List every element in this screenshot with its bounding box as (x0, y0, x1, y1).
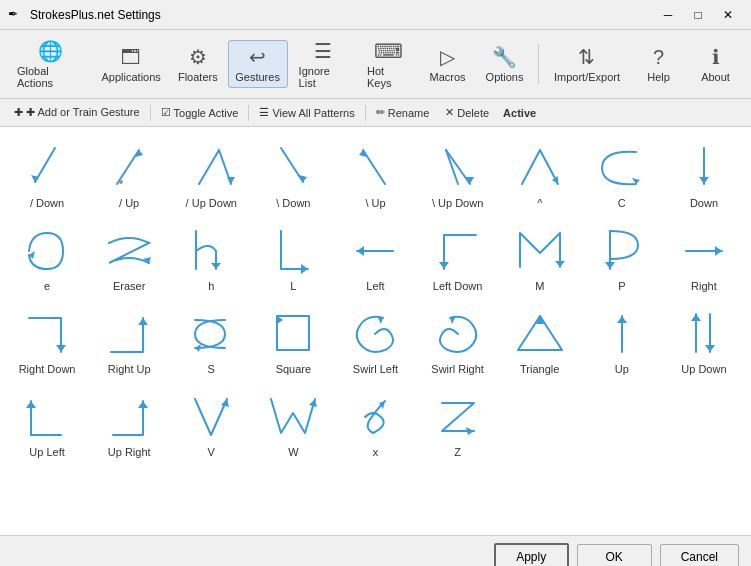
title-bar: ✒ StrokesPlus.net Settings ─ □ ✕ (0, 0, 751, 30)
gesture-slash-up[interactable]: / Up (90, 135, 168, 214)
gesture-p[interactable]: P (583, 218, 661, 297)
svg-marker-49 (309, 399, 317, 407)
gesture-backslash-up-down[interactable]: \ Up Down (419, 135, 497, 214)
apply-button[interactable]: Apply (494, 543, 569, 567)
gesture-w[interactable]: W (254, 384, 332, 463)
svg-line-10 (363, 150, 385, 184)
help-icon: ? (653, 46, 664, 69)
gesture-z[interactable]: Z (419, 384, 497, 463)
gesture-up[interactable]: Up (583, 301, 661, 380)
ok-button[interactable]: OK (577, 544, 652, 567)
action-sep-3 (365, 105, 366, 121)
svg-marker-26 (439, 262, 449, 269)
svg-marker-29 (605, 262, 615, 269)
gesture-slash-up-down[interactable]: / Up Down (172, 135, 250, 214)
gesture-caret[interactable]: ^ (501, 135, 579, 214)
app-icon: ✒ (8, 7, 24, 23)
toolbar-gestures[interactable]: ↩ Gestures (228, 40, 288, 88)
gesture-up-down[interactable]: Up Down (665, 301, 743, 380)
add-train-gesture-button[interactable]: ✚ ✚ Add or Train Gesture (8, 104, 146, 121)
toggle-active-button[interactable]: ☑ Toggle Active (155, 104, 245, 121)
gesture-backslash-down[interactable]: \ Down (254, 135, 332, 214)
svg-marker-31 (715, 246, 722, 256)
svg-marker-7 (227, 177, 235, 184)
gesture-swirl-right[interactable]: Swirl Right (419, 301, 497, 380)
toolbar-global-actions[interactable]: 🌐 Global Actions (8, 34, 92, 94)
gestures-icon: ↩ (249, 45, 266, 69)
toolbar-help[interactable]: ? Help (631, 40, 686, 88)
global-actions-icon: 🌐 (38, 39, 63, 63)
svg-marker-32 (56, 345, 66, 352)
gesture-x[interactable]: x (336, 384, 414, 463)
view-all-patterns-button[interactable]: ☰ View All Patterns (253, 104, 360, 121)
main-toolbar: 🌐 Global Actions 🗔 Applications ⚙ Floate… (0, 30, 751, 99)
gesture-square[interactable]: Square (254, 301, 332, 380)
gesture-e[interactable]: e (8, 218, 86, 297)
svg-marker-33 (138, 318, 148, 325)
gesture-slash-down[interactable]: / Down (8, 135, 86, 214)
view-icon: ☰ (259, 106, 269, 119)
bottom-bar: Apply OK Cancel (0, 535, 751, 566)
minimize-button[interactable]: ─ (653, 4, 683, 26)
svg-marker-22 (211, 263, 221, 269)
toolbar-applications[interactable]: 🗔 Applications (94, 41, 168, 88)
svg-marker-43 (691, 314, 701, 321)
svg-marker-27 (555, 261, 565, 267)
rename-button[interactable]: ✏ Rename (370, 104, 436, 121)
toolbar-hot-keys[interactable]: ⌨ Hot Keys (358, 34, 418, 94)
macros-icon: ▷ (440, 45, 455, 69)
toolbar-about[interactable]: ℹ About (688, 40, 743, 88)
gesture-s[interactable]: S (172, 301, 250, 380)
svg-marker-41 (617, 316, 627, 323)
active-label: Active (503, 107, 536, 119)
svg-line-5 (199, 150, 219, 184)
gesture-right[interactable]: Right (665, 218, 743, 297)
svg-line-13 (446, 150, 470, 184)
gesture-content-area[interactable]: / Down / Up / Up Down (0, 127, 751, 535)
gesture-m[interactable]: M (501, 218, 579, 297)
gesture-left-down[interactable]: Left Down (419, 218, 497, 297)
toolbar-macros[interactable]: ▷ Macros (420, 40, 475, 88)
gesture-down[interactable]: Down (665, 135, 743, 214)
import-export-icon: ⇅ (578, 45, 595, 69)
add-icon: ✚ (14, 106, 23, 119)
action-sep-2 (248, 105, 249, 121)
gesture-v[interactable]: V (172, 384, 250, 463)
toggle-icon: ☑ (161, 106, 171, 119)
floaters-icon: ⚙ (189, 45, 207, 69)
cancel-button[interactable]: Cancel (660, 544, 739, 567)
gesture-right-down[interactable]: Right Down (8, 301, 86, 380)
gesture-c[interactable]: C (583, 135, 661, 214)
toolbar-floaters[interactable]: ⚙ Floaters (170, 40, 225, 88)
gesture-eraser[interactable]: Eraser (90, 218, 168, 297)
toolbar-import-export[interactable]: ⇅ Import/Export (545, 40, 629, 88)
window-controls: ─ □ ✕ (653, 4, 743, 26)
gesture-swirl-left[interactable]: Swirl Left (336, 301, 414, 380)
svg-marker-47 (138, 401, 148, 408)
gesture-left[interactable]: Left (336, 218, 414, 297)
toolbar-ignore-list[interactable]: ☰ Ignore List (290, 34, 356, 94)
svg-marker-46 (26, 401, 36, 408)
svg-marker-48 (221, 399, 229, 407)
about-icon: ℹ (712, 45, 720, 69)
toolbar-separator (538, 44, 539, 84)
gesture-h[interactable]: h (172, 218, 250, 297)
gesture-up-right[interactable]: Up Right (90, 384, 168, 463)
svg-line-12 (446, 150, 458, 184)
gesture-up-left[interactable]: Up Left (8, 384, 86, 463)
rename-icon: ✏ (376, 106, 385, 119)
toolbar-right-section: ⇅ Import/Export ? Help ℹ About (545, 40, 743, 88)
svg-marker-18 (699, 177, 709, 184)
gesture-backslash-up[interactable]: \ Up (336, 135, 414, 214)
maximize-button[interactable]: □ (683, 4, 713, 26)
close-button[interactable]: ✕ (713, 4, 743, 26)
gesture-triangle[interactable]: Triangle (501, 301, 579, 380)
svg-marker-36 (277, 316, 283, 324)
gesture-right-up[interactable]: Right Up (90, 301, 168, 380)
gesture-l[interactable]: L (254, 218, 332, 297)
delete-button[interactable]: ✕ Delete (439, 104, 495, 121)
delete-icon: ✕ (445, 106, 454, 119)
svg-marker-45 (705, 345, 715, 352)
applications-icon: 🗔 (121, 46, 141, 69)
toolbar-options[interactable]: 🔧 Options (477, 40, 532, 88)
